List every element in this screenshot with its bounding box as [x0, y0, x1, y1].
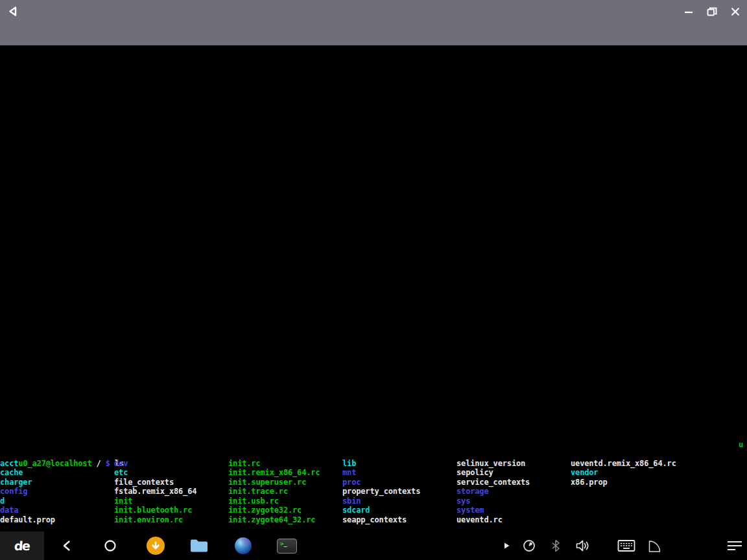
file-entry: service_contexts: [456, 478, 530, 487]
file-entry: system: [456, 506, 484, 515]
file-entry: init.usb.rc: [228, 496, 279, 506]
prompt-separator: /: [92, 459, 106, 468]
file-entry: init.superuser.rc: [228, 478, 306, 487]
file-entry: charger: [0, 478, 32, 487]
file-entry: property_contexts: [342, 487, 420, 496]
window-header: Fenster 1: [0, 0, 747, 45]
file-entry: proc: [342, 478, 361, 487]
file-entry: init.environ.rc: [114, 515, 183, 525]
file-entry: init.bluetooth.rc: [114, 506, 192, 515]
file-entry: data: [0, 506, 18, 515]
terminal-overflow-char: u: [739, 440, 743, 450]
terminal-tab-bar: Fenster 1: [0, 23, 747, 45]
file-entry: sbin: [342, 496, 361, 506]
app-downloads-button[interactable]: [146, 531, 165, 560]
file-entry: x86.prop: [571, 478, 608, 487]
app-browser-button[interactable]: [234, 531, 252, 560]
app-files-button[interactable]: [189, 531, 209, 560]
optimizer-button[interactable]: [521, 531, 537, 560]
app-terminal-button[interactable]: >_: [276, 531, 298, 560]
file-entry: init.rc: [228, 459, 261, 469]
keyboard-button[interactable]: [616, 531, 637, 560]
bluetooth-button[interactable]: [549, 531, 563, 560]
close-button[interactable]: [729, 6, 741, 17]
file-entry: ueventd.rc: [456, 515, 503, 525]
file-entry: selinux_version: [456, 459, 525, 469]
file-entry: sys: [456, 496, 470, 506]
file-entry: storage: [456, 487, 489, 496]
prompt-user: u0_a27@localhost: [18, 459, 91, 468]
file-entry: cache: [0, 468, 23, 478]
back-arrow-icon[interactable]: [7, 5, 19, 18]
menu-lines-icon: [727, 541, 742, 551]
file-entry: vendor: [571, 468, 598, 478]
keyboard-icon: [617, 539, 635, 552]
back-chevron-icon: [62, 540, 72, 552]
file-entry: config: [0, 487, 27, 496]
minimize-button[interactable]: [683, 6, 694, 17]
notes-button[interactable]: [646, 531, 663, 560]
file-entry: init.remix_x86_64.rc: [228, 468, 320, 478]
terminal-screen[interactable]: u u0_a27@localhost / $ ls acctcachecharg…: [0, 45, 747, 531]
terminal-app-icon: >_: [277, 539, 297, 554]
speaker-icon: [575, 539, 591, 552]
volume-button[interactable]: [575, 531, 591, 560]
restore-button[interactable]: [706, 6, 718, 17]
file-entry: init.trace.rc: [228, 487, 288, 496]
file-entry: file_contexts: [114, 478, 174, 487]
folder-icon: [189, 538, 209, 554]
file-entry: init: [114, 496, 132, 506]
file-entry: sdcard: [342, 506, 370, 515]
file-entry: d: [0, 496, 5, 506]
file-entry: mnt: [342, 468, 356, 478]
globe-icon: [235, 537, 252, 554]
gauge-icon: [522, 539, 536, 553]
tray-expand-button[interactable]: [501, 531, 512, 560]
file-entry: acct: [0, 459, 18, 469]
file-entry: seapp_contexts: [342, 515, 407, 525]
remix-logo: de: [14, 539, 30, 553]
file-entry: default.prop: [0, 515, 55, 525]
file-entry: sepolicy: [456, 468, 493, 478]
file-entry: lib: [342, 459, 356, 469]
home-circle-icon: [104, 539, 117, 552]
file-entry: init.zygote64_32.rc: [228, 515, 315, 525]
nav-home-button[interactable]: [101, 531, 120, 560]
download-icon: [147, 537, 165, 555]
file-entry: fstab.remix_x86_64: [114, 487, 196, 496]
expand-triangle-icon: [504, 542, 510, 549]
file-entry: dev: [114, 459, 128, 469]
prompt-symbol: $: [106, 459, 110, 468]
nav-back-button[interactable]: [57, 531, 77, 560]
bluetooth-icon: [551, 539, 560, 552]
remix-start-button[interactable]: de: [0, 531, 44, 560]
file-entry: etc: [114, 468, 128, 478]
page-corner-icon: [647, 539, 661, 553]
file-entry: ueventd.remix_x86_64.rc: [571, 459, 676, 469]
file-entry: init.zygote32.rc: [228, 506, 302, 515]
android-status-row: [0, 0, 747, 23]
notification-center-button[interactable]: [725, 531, 744, 560]
taskbar: de >_: [0, 531, 747, 560]
